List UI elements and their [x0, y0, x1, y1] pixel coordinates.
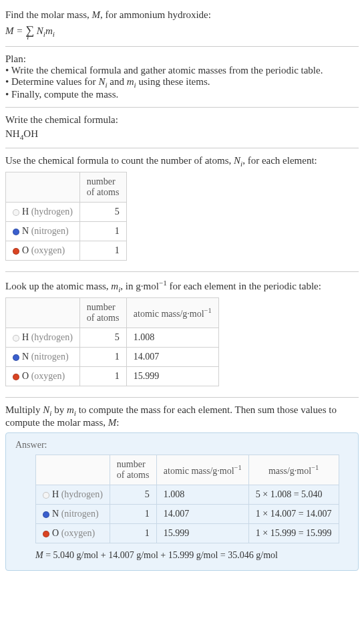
element-symbol: N: [22, 352, 29, 362]
plan-bullet-3: • Finally, compute the mass.: [5, 89, 359, 100]
element-symbol: O: [22, 245, 29, 255]
intro-section: Find the molar mass, M, for ammonium hyd…: [5, 5, 359, 43]
formula-rhs2: m: [45, 25, 53, 36]
atoms-header: number of atoms: [79, 172, 126, 203]
count-heading-a: Use the chemical formula to count the nu…: [5, 155, 234, 166]
intro-text-suffix: , for ammonium hydroxide:: [100, 9, 211, 20]
element-dot-icon: [13, 209, 19, 216]
element-cell: H (hydrogen): [6, 328, 80, 348]
element-dot-icon: [43, 511, 49, 518]
table-row: H (hydrogen) 5 1.008 5 × 1.008 = 5.040: [36, 485, 339, 505]
chem-oh: OH: [23, 128, 38, 139]
element-name: (hydrogen): [31, 207, 73, 217]
count-table: number of atoms H (hydrogen) 5 N (nitrog…: [5, 172, 127, 261]
intro-text-prefix: Find the molar mass,: [5, 9, 92, 20]
atoms-value: 1: [110, 524, 156, 543]
empty-header: [36, 455, 110, 485]
mass-header: atomic mass/g·mol−1: [126, 298, 218, 328]
element-name: (hydrogen): [61, 489, 103, 499]
lookup-heading-b: , in g·mol: [120, 281, 159, 291]
element-name: (oxygen): [61, 528, 96, 538]
element-dot-icon: [13, 335, 19, 342]
table-header-row: number of atoms: [6, 172, 127, 203]
chem-formula: NH4OH: [5, 126, 359, 141]
lookup-heading-m: m: [111, 281, 118, 291]
atoms-value: 1: [110, 505, 156, 524]
mass-header: atomic mass/g·mol−1: [156, 455, 248, 485]
chem-heading: Write the chemical formula:: [5, 114, 359, 126]
mul-mm: M: [108, 417, 117, 428]
table-row: O (oxygen) 1 15.999 1 × 15.999 = 15.999: [36, 524, 339, 543]
plan-bullet-2: • Determine values for Ni and mi using t…: [5, 76, 359, 89]
table-row: O (oxygen) 1 15.999: [6, 367, 219, 386]
calc-header: mass/g·mol−1: [248, 455, 339, 485]
table-row: N (nitrogen) 1 14.007 1 × 14.007 = 14.00…: [36, 505, 339, 524]
mul-m: m: [67, 404, 74, 415]
formula-sum-sub: i: [27, 33, 29, 41]
count-heading-b: , for each element:: [242, 155, 317, 166]
plan-b2-n: N: [98, 76, 105, 87]
element-symbol: N: [52, 509, 59, 519]
plan-b2-m: m: [127, 76, 134, 87]
empty-header: [6, 298, 80, 328]
mass-value: 1.008: [126, 328, 218, 348]
answer-box: Answer: number of atoms atomic mass/g·mo…: [5, 432, 359, 571]
divider: [5, 148, 359, 148]
element-cell: H (hydrogen): [6, 203, 80, 222]
lookup-heading-c: for each element in the periodic table:: [167, 281, 321, 291]
plan-b2-b: and: [108, 76, 127, 87]
chemical-formula-section: Write the chemical formula: NH4OH: [5, 110, 359, 145]
divider: [5, 397, 359, 398]
element-symbol: H: [52, 489, 59, 499]
lookup-heading-exp: −1: [159, 279, 167, 287]
element-name: (nitrogen): [31, 352, 69, 362]
plan-heading: Plan:: [5, 53, 359, 65]
element-name: (hydrogen): [31, 332, 73, 342]
multiply-heading: Multiply Ni by mi to compute the mass fo…: [5, 404, 359, 428]
lookup-section: Look up the atomic mass, mi, in g·mol−1 …: [5, 275, 359, 394]
element-dot-icon: [13, 248, 19, 255]
mul-n: N: [43, 404, 49, 415]
element-symbol: H: [22, 207, 29, 217]
formula-rhs1: N: [34, 25, 43, 36]
element-cell: N (nitrogen): [36, 505, 110, 524]
plan-b2-a: • Determine values for: [5, 76, 98, 87]
chem-nh: NH: [5, 128, 20, 139]
final-m: M: [35, 550, 43, 560]
table-row: N (nitrogen) 1: [6, 222, 127, 241]
element-cell: N (nitrogen): [6, 348, 80, 367]
element-name: (oxygen): [31, 371, 65, 381]
empty-header: [6, 172, 80, 203]
atoms-value: 5: [79, 203, 126, 222]
answer-label: Answer:: [15, 440, 349, 451]
mass-value: 14.007: [156, 505, 248, 524]
table-row: H (hydrogen) 5 1.008: [6, 328, 219, 348]
formula-eq: =: [14, 25, 26, 36]
plan-b2-c: using these items.: [136, 76, 210, 87]
formula-lhs: M: [5, 25, 14, 36]
plan-bullet-1: • Write the chemical formula and gather …: [5, 65, 359, 76]
mass-value: 15.999: [156, 524, 248, 543]
element-symbol: O: [52, 528, 59, 538]
table-row: O (oxygen) 1: [6, 241, 127, 261]
table-header-row: number of atoms atomic mass/g·mol−1: [6, 298, 219, 328]
intro-var-m: M: [92, 9, 101, 20]
element-cell: O (oxygen): [6, 367, 80, 386]
mul-d: :: [116, 417, 119, 428]
intro-line: Find the molar mass, M, for ammonium hyd…: [5, 9, 359, 22]
mul-b: by: [51, 404, 67, 415]
element-dot-icon: [13, 229, 19, 235]
element-symbol: H: [22, 332, 29, 342]
count-section: Use the chemical formula to count the nu…: [5, 151, 359, 269]
atoms-value: 1: [79, 241, 126, 261]
table-row: N (nitrogen) 1 14.007: [6, 348, 219, 367]
calc-value: 5 × 1.008 = 5.040: [248, 485, 339, 505]
lookup-heading-a: Look up the atomic mass,: [5, 281, 111, 291]
count-heading-n: N: [234, 155, 240, 166]
atoms-value: 1: [79, 222, 126, 241]
element-dot-icon: [43, 531, 49, 537]
atoms-header: number of atoms: [79, 298, 126, 328]
count-heading: Use the chemical formula to count the nu…: [5, 155, 359, 168]
mass-value: 15.999: [126, 367, 218, 386]
calc-value: 1 × 15.999 = 15.999: [248, 524, 339, 543]
